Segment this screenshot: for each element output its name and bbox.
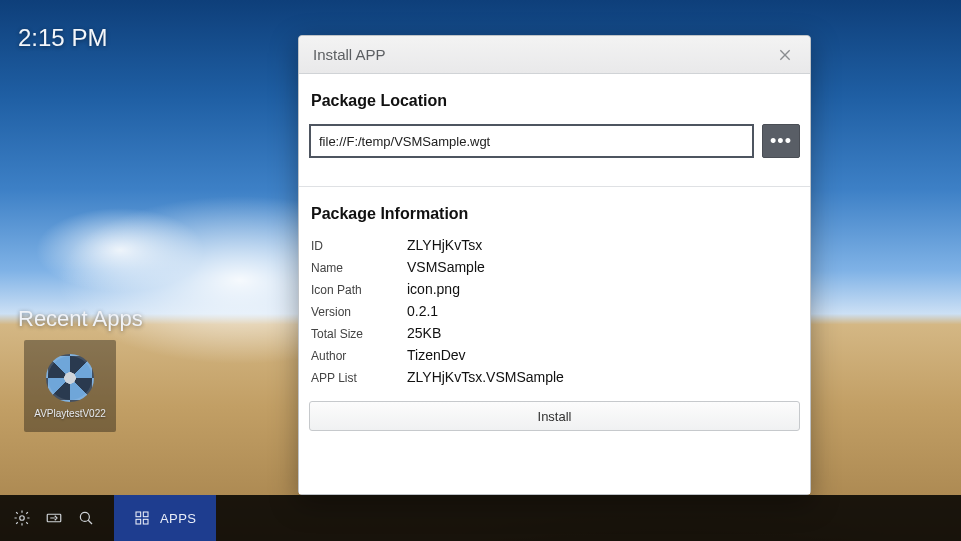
- apps-button-label: APPS: [160, 511, 196, 526]
- svg-rect-4: [143, 512, 148, 517]
- info-row-totalsize: Total Size 25KB: [311, 325, 798, 341]
- info-row-author: Author TizenDev: [311, 347, 798, 363]
- info-label-author: Author: [311, 349, 407, 363]
- info-label-applist: APP List: [311, 371, 407, 385]
- search-icon[interactable]: [72, 504, 100, 532]
- info-label-totalsize: Total Size: [311, 327, 407, 341]
- clock: 2:15 PM: [18, 24, 107, 52]
- info-value-author: TizenDev: [407, 347, 466, 363]
- info-value-iconpath: icon.png: [407, 281, 460, 297]
- info-label-name: Name: [311, 261, 407, 275]
- close-icon: [777, 47, 793, 63]
- taskbar: APPS: [0, 495, 961, 541]
- info-value-totalsize: 25KB: [407, 325, 441, 341]
- desktop-background: 2:15 PM Recent Apps AVPlaytestV022 APPS …: [0, 0, 961, 541]
- package-info-table: ID ZLYHjKvTsx Name VSMSample Icon Path i…: [309, 237, 800, 391]
- section-divider: [299, 186, 810, 187]
- install-button[interactable]: Install: [309, 401, 800, 431]
- install-app-dialog: Install APP Package Location ••• Package…: [298, 35, 811, 495]
- info-row-version: Version 0.2.1: [311, 303, 798, 319]
- svg-rect-5: [136, 519, 141, 524]
- info-row-iconpath: Icon Path icon.png: [311, 281, 798, 297]
- info-value-name: VSMSample: [407, 259, 485, 275]
- svg-rect-6: [143, 519, 148, 524]
- info-value-version: 0.2.1: [407, 303, 438, 319]
- info-row-name: Name VSMSample: [311, 259, 798, 275]
- info-row-applist: APP List ZLYHjKvTsx.VSMSample: [311, 369, 798, 385]
- settings-icon[interactable]: [8, 504, 36, 532]
- info-value-applist: ZLYHjKvTsx.VSMSample: [407, 369, 564, 385]
- package-location-section: Package Location •••: [309, 88, 800, 176]
- install-button-label: Install: [538, 409, 572, 424]
- info-label-iconpath: Icon Path: [311, 283, 407, 297]
- browse-button[interactable]: •••: [762, 124, 800, 158]
- info-label-version: Version: [311, 305, 407, 319]
- close-button[interactable]: [774, 44, 796, 66]
- ellipsis-icon: •••: [770, 131, 792, 152]
- source-icon[interactable]: [40, 504, 68, 532]
- apps-button[interactable]: APPS: [114, 495, 216, 541]
- package-information-section: Package Information ID ZLYHjKvTsx Name V…: [309, 201, 800, 474]
- recent-app-label: AVPlaytestV022: [34, 408, 106, 419]
- info-label-id: ID: [311, 239, 407, 253]
- package-information-heading: Package Information: [311, 205, 800, 223]
- apps-grid-icon: [134, 510, 150, 526]
- package-location-heading: Package Location: [311, 92, 800, 110]
- dialog-title: Install APP: [313, 46, 774, 63]
- svg-point-0: [20, 516, 25, 521]
- pinwheel-icon: [46, 354, 94, 402]
- package-location-input[interactable]: [309, 124, 754, 158]
- svg-rect-3: [136, 512, 141, 517]
- info-row-id: ID ZLYHjKvTsx: [311, 237, 798, 253]
- dialog-body: Package Location ••• Package Information…: [299, 74, 810, 494]
- recent-apps-heading: Recent Apps: [18, 306, 143, 332]
- dialog-titlebar[interactable]: Install APP: [299, 36, 810, 74]
- recent-app-tile[interactable]: AVPlaytestV022: [24, 340, 116, 432]
- svg-point-2: [80, 512, 89, 521]
- info-value-id: ZLYHjKvTsx: [407, 237, 482, 253]
